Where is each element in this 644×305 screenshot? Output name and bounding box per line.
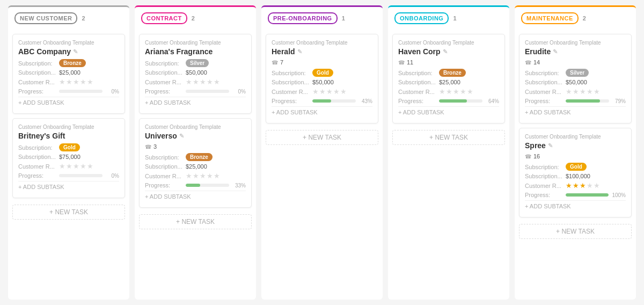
edit-icon[interactable]: ✎ bbox=[179, 133, 184, 140]
card-field: Subscription: Bronze bbox=[145, 153, 246, 161]
progress-bar-container bbox=[59, 90, 103, 93]
field-label: Progress: bbox=[18, 88, 56, 95]
field-label: Customer R... bbox=[145, 173, 182, 179]
card: Customer Onboarding Template Britney's G… bbox=[12, 118, 125, 198]
field-label: Customer R... bbox=[18, 79, 56, 85]
field-label: Subscription... bbox=[525, 173, 562, 179]
card-field: Progress: 0% bbox=[18, 172, 119, 179]
field-value: $25,000 bbox=[59, 69, 80, 76]
column-title: ONBOARDING bbox=[394, 12, 449, 24]
subscription-badge: Bronze bbox=[186, 153, 213, 161]
field-label: Subscription... bbox=[145, 163, 182, 170]
phone-row: ☎ 16 bbox=[525, 153, 626, 159]
card-field: Subscription: Silver bbox=[525, 69, 626, 77]
progress-bar bbox=[312, 99, 331, 103]
new-task-button[interactable]: + NEW TASK bbox=[519, 224, 632, 239]
progress-label: 79% bbox=[612, 98, 626, 104]
card-field: Progress: 100% bbox=[525, 192, 626, 198]
column-header: NEW CUSTOMER 2 bbox=[8, 5, 129, 30]
column-title: MAINTENANCE bbox=[521, 12, 579, 24]
edit-icon[interactable]: ✎ bbox=[553, 48, 558, 55]
field-value: $100,000 bbox=[566, 173, 590, 179]
edit-icon[interactable]: ✎ bbox=[73, 48, 78, 55]
field-label: Progress: bbox=[18, 172, 56, 179]
field-label: Progress: bbox=[525, 192, 562, 198]
card-field: Subscription: Silver bbox=[145, 59, 246, 67]
subscription-badge: Bronze bbox=[59, 59, 86, 67]
column-title: PRE-ONBOARDING bbox=[268, 12, 338, 24]
card-field: Subscription... $25,000 bbox=[145, 163, 246, 170]
edit-icon[interactable]: ✎ bbox=[297, 48, 302, 55]
new-task-button[interactable]: + NEW TASK bbox=[266, 130, 378, 145]
add-subtask-button[interactable]: + ADD SUBTASK bbox=[272, 106, 372, 118]
column-pre-onboarding: PRE-ONBOARDING 1 Customer Onboarding Tem… bbox=[261, 5, 383, 300]
add-subtask-button[interactable]: + ADD SUBTASK bbox=[145, 191, 246, 202]
phone-icon: ☎ bbox=[145, 144, 151, 150]
new-task-button[interactable]: + NEW TASK bbox=[139, 214, 252, 229]
add-subtask-button[interactable]: + ADD SUBTASK bbox=[525, 200, 626, 212]
card-template: Customer Onboarding Template bbox=[18, 124, 119, 130]
card-field: Subscription: Bronze bbox=[18, 59, 119, 67]
column-body: Customer Onboarding Template ABC Company… bbox=[8, 30, 129, 300]
column-body: Customer Onboarding Template Erudite ✎ ☎… bbox=[515, 30, 636, 300]
progress-bar bbox=[186, 184, 200, 187]
phone-icon: ☎ bbox=[525, 154, 531, 159]
column-header: MAINTENANCE 2 bbox=[515, 5, 636, 30]
card-title: Herald ✎ bbox=[272, 47, 372, 56]
phone-row: ☎ 7 bbox=[272, 59, 372, 66]
field-label: Customer R... bbox=[525, 183, 562, 189]
card-field: Subscription... $100,000 bbox=[525, 173, 626, 179]
add-subtask-button[interactable]: + ADD SUBTASK bbox=[18, 181, 119, 192]
column-body: Customer Onboarding Template Haven Corp … bbox=[388, 30, 509, 300]
card-field: Progress: 43% bbox=[272, 98, 372, 104]
progress-label: 0% bbox=[232, 89, 246, 95]
new-task-button[interactable]: + NEW TASK bbox=[12, 205, 125, 220]
field-label: Progress: bbox=[145, 182, 182, 188]
card-field: Customer R... ★★★★★ bbox=[525, 88, 626, 96]
column-onboarding: ONBOARDING 1 Customer Onboarding Templat… bbox=[388, 5, 509, 300]
phone-row: ☎ 14 bbox=[525, 59, 626, 66]
card-field: Progress: 64% bbox=[398, 98, 499, 104]
new-task-button[interactable]: + NEW TASK bbox=[392, 130, 505, 145]
card: Customer Onboarding Template Haven Corp … bbox=[392, 34, 505, 124]
field-label: Subscription... bbox=[398, 79, 436, 85]
card-field: Progress: 33% bbox=[145, 182, 246, 188]
phone-row: ☎ 3 bbox=[145, 143, 246, 150]
field-label: Customer R... bbox=[398, 89, 436, 95]
field-label: Subscription: bbox=[525, 164, 562, 170]
column-contract: CONTRACT 2 Customer Onboarding Template … bbox=[135, 5, 256, 300]
kanban-board: NEW CUSTOMER 2 Customer Onboarding Templ… bbox=[0, 0, 644, 305]
subscription-badge: Gold bbox=[312, 69, 333, 77]
phone-row: ☎ 11 bbox=[398, 59, 499, 66]
column-count: 2 bbox=[583, 15, 586, 21]
field-value: $50,000 bbox=[312, 79, 334, 85]
card-title: Universo ✎ bbox=[145, 132, 246, 140]
card-field: Subscription... $50,000 bbox=[525, 79, 626, 85]
card-field: Subscription... $25,000 bbox=[18, 69, 119, 76]
column-count: 1 bbox=[342, 15, 345, 21]
field-label: Customer R... bbox=[145, 79, 182, 85]
add-subtask-button[interactable]: + ADD SUBTASK bbox=[145, 97, 246, 108]
phone-icon: ☎ bbox=[525, 60, 531, 66]
edit-icon[interactable]: ✎ bbox=[443, 48, 448, 55]
card-template: Customer Onboarding Template bbox=[145, 124, 246, 130]
add-subtask-button[interactable]: + ADD SUBTASK bbox=[398, 106, 499, 118]
card-title: Britney's Gift bbox=[18, 132, 119, 140]
add-subtask-button[interactable]: + ADD SUBTASK bbox=[18, 97, 119, 108]
card-title: Spree ✎ bbox=[525, 141, 626, 150]
phone-count: 7 bbox=[280, 59, 283, 66]
column-new-customer: NEW CUSTOMER 2 Customer Onboarding Templ… bbox=[8, 5, 129, 300]
edit-icon[interactable]: ✎ bbox=[548, 142, 553, 149]
progress-bar bbox=[566, 193, 609, 197]
column-count: 2 bbox=[192, 15, 195, 21]
card-template: Customer Onboarding Template bbox=[398, 40, 499, 46]
progress-bar-container bbox=[566, 193, 609, 197]
card: Customer Onboarding Template Universo ✎ … bbox=[139, 118, 252, 208]
field-label: Subscription: bbox=[18, 60, 56, 67]
card-field: Customer R... ★★★★★ bbox=[145, 172, 246, 180]
card-field: Subscription: Bronze bbox=[398, 69, 499, 77]
progress-bar-container bbox=[186, 184, 229, 187]
card-field: Subscription: Gold bbox=[525, 163, 626, 171]
card-field: Subscription... $50,000 bbox=[145, 69, 246, 76]
add-subtask-button[interactable]: + ADD SUBTASK bbox=[525, 106, 626, 118]
